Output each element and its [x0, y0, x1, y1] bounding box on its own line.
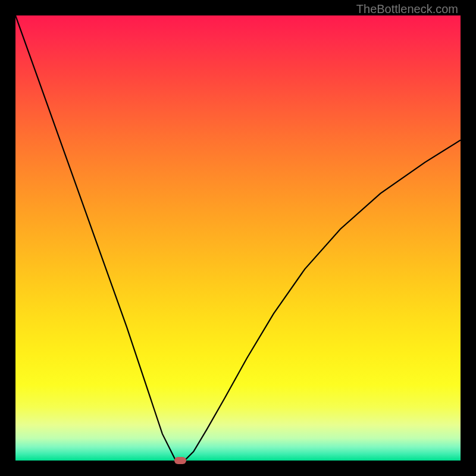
watermark-text: TheBottleneck.com — [356, 2, 458, 16]
chart-container: TheBottleneck.com — [0, 0, 476, 476]
plot-area — [15, 15, 461, 461]
bottleneck-curve-path — [15, 15, 461, 461]
optimal-point-marker — [174, 457, 186, 464]
curve-svg — [15, 15, 461, 461]
